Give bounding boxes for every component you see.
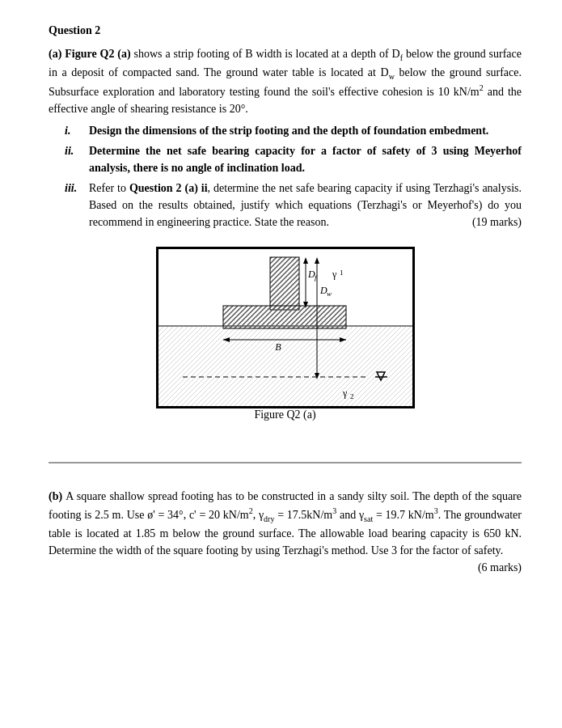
sub-item-iii-num: iii. (65, 180, 89, 231)
section-divider (49, 462, 522, 463)
part-a-intro: (a) Figure Q2 (a) shows a strip footing … (49, 45, 522, 117)
question-title: Question 2 (49, 24, 522, 37)
part-b-section: (b) A square shallow spread footing has … (49, 488, 522, 558)
part-a-intro-text: Figure Q2 (a) shows a strip footing of B… (49, 48, 522, 115)
part-a-label: (a) (49, 48, 65, 60)
part-b-label: (b) (49, 490, 65, 502)
svg-text:1: 1 (340, 269, 344, 277)
figure-svg: D f D w γ 1 B (158, 249, 415, 408)
page-container: Question 2 (a) Figure Q2 (a) shows a str… (49, 24, 522, 559)
sub-item-ii: ii. Determine the net safe bearing capac… (65, 142, 522, 176)
sub-item-i: i. Design the dimensions of the strip fo… (65, 122, 522, 139)
svg-rect-1 (158, 326, 415, 408)
svg-rect-2 (270, 257, 299, 310)
svg-text:B: B (275, 341, 281, 353)
part-a-section: (a) Figure Q2 (a) shows a strip footing … (49, 45, 522, 231)
sub-item-iii: iii. Refer to Question 2 (a) ii, determi… (65, 180, 522, 231)
figure-wrapper: D f D w γ 1 B (156, 247, 415, 438)
part-b-content: A square shallow spread footing has to b… (49, 490, 522, 556)
sub-items-list: i. Design the dimensions of the strip fo… (65, 122, 522, 231)
svg-marker-8 (315, 257, 319, 264)
sub-item-i-text: Design the dimensions of the strip footi… (89, 122, 522, 139)
sub-item-ii-text: Determine the net safe bearing capacity … (89, 142, 522, 176)
svg-marker-5 (303, 257, 308, 264)
figure-box: D f D w γ 1 B (156, 247, 415, 408)
svg-text:γ: γ (342, 387, 348, 399)
figure-container: D f D w γ 1 B (49, 247, 522, 438)
svg-text:γ: γ (332, 269, 337, 280)
sub-item-i-num: i. (65, 122, 89, 139)
part-b-text: (b) A square shallow spread footing has … (49, 488, 522, 558)
svg-text:2: 2 (350, 392, 354, 400)
svg-rect-3 (223, 306, 346, 328)
svg-text:w: w (327, 290, 332, 298)
figure-caption: Figure Q2 (a) (156, 408, 415, 421)
sub-item-iii-text: Refer to Question 2 (a) ii, determine th… (89, 180, 522, 231)
sub-item-ii-num: ii. (65, 142, 89, 176)
